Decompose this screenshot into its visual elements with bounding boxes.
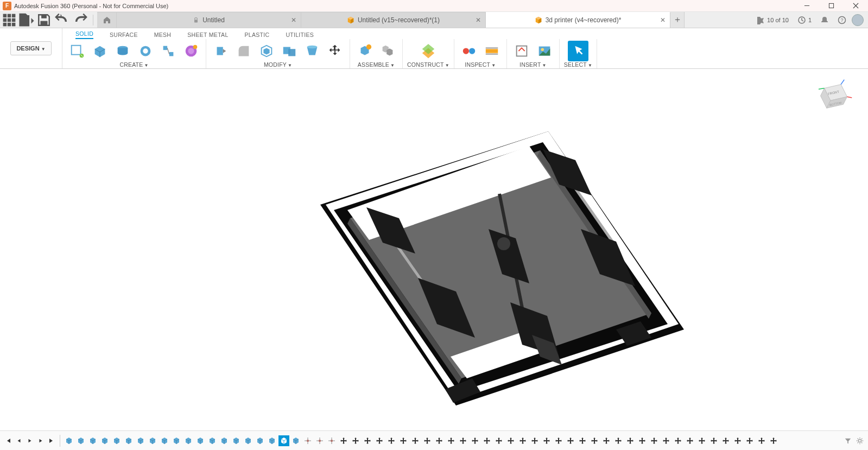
timeline-feature[interactable] — [720, 435, 731, 446]
timeline-feature[interactable] — [553, 435, 564, 446]
timeline-settings-button[interactable] — [855, 436, 865, 446]
timeline-feature[interactable] — [708, 435, 719, 446]
close-button[interactable] — [844, 0, 868, 12]
document-tab-3[interactable]: 3d printer (v4~recovered)* ✕ — [486, 12, 670, 28]
panel-label[interactable]: INSERT▼ — [519, 61, 547, 68]
loft-tool[interactable] — [158, 41, 179, 61]
joint-tool[interactable] — [377, 41, 398, 61]
new-tab-button[interactable]: ＋ — [670, 12, 685, 28]
sweep-tool[interactable] — [135, 41, 156, 61]
timeline-feature[interactable] — [338, 435, 349, 446]
timeline-feature[interactable] — [637, 435, 648, 446]
close-tab-button[interactable]: ✕ — [476, 16, 481, 24]
timeline-feature[interactable] — [756, 435, 767, 446]
panel-label[interactable]: SELECT▼ — [564, 61, 592, 68]
timeline-feature[interactable] — [732, 435, 743, 446]
timeline-feature[interactable] — [446, 435, 457, 446]
timeline-feature[interactable] — [87, 435, 98, 446]
timeline-feature[interactable] — [64, 435, 74, 446]
timeline-feature[interactable] — [219, 435, 230, 446]
viewcube[interactable]: FRONT BOTTOM — [815, 79, 853, 117]
timeline-feature[interactable] — [302, 435, 313, 446]
extrude-tool[interactable] — [90, 41, 110, 61]
timeline-feature[interactable] — [207, 435, 218, 446]
timeline-next-button[interactable] — [36, 436, 46, 446]
timeline-feature[interactable] — [135, 435, 146, 446]
timeline-feature[interactable] — [314, 435, 325, 446]
timeline-feature[interactable] — [386, 435, 397, 446]
revolve-tool[interactable] — [112, 41, 133, 61]
timeline-feature[interactable] — [541, 435, 552, 446]
timeline-end-button[interactable] — [47, 436, 56, 446]
timeline-feature[interactable] — [195, 435, 206, 446]
timeline-feature[interactable] — [374, 435, 385, 446]
insert-derive-tool[interactable] — [511, 41, 532, 61]
data-panel-button[interactable] — [2, 13, 16, 27]
viewport[interactable]: FRONT BOTTOM — [0, 69, 868, 430]
shell-tool[interactable] — [256, 41, 277, 61]
ribbon-tab-plastic[interactable]: PLASTIC — [245, 31, 270, 39]
inspect-tool[interactable] — [481, 41, 502, 61]
redo-button[interactable] — [72, 13, 90, 27]
sketch-tool[interactable] — [67, 41, 87, 61]
ribbon-tab-sheetmetal[interactable]: SHEET METAL — [187, 31, 228, 39]
timeline-feature[interactable] — [290, 435, 301, 446]
save-button[interactable] — [37, 13, 51, 27]
timeline-feature[interactable] — [75, 435, 86, 446]
insert-decal-tool[interactable] — [534, 41, 555, 61]
maximize-button[interactable] — [819, 0, 844, 12]
user-avatar[interactable] — [852, 14, 864, 26]
move-tool[interactable] — [325, 41, 345, 61]
help-button[interactable]: ? — [834, 16, 850, 24]
panel-label[interactable]: MODIFY▼ — [264, 61, 292, 68]
timeline-feature[interactable] — [171, 435, 182, 446]
timeline-feature[interactable] — [458, 435, 468, 446]
timeline-feature[interactable] — [183, 435, 194, 446]
timeline-feature[interactable] — [159, 435, 170, 446]
file-menu-button[interactable] — [17, 13, 36, 27]
timeline-feature[interactable] — [243, 435, 254, 446]
home-tab[interactable] — [97, 12, 117, 28]
timeline-feature[interactable] — [326, 435, 337, 446]
select-tool[interactable] — [568, 41, 588, 61]
timeline-feature[interactable] — [493, 435, 504, 446]
timeline-feature[interactable] — [685, 435, 695, 446]
construct-plane-tool[interactable] — [417, 41, 440, 61]
emboss-tool[interactable] — [181, 41, 201, 61]
timeline-feature[interactable] — [744, 435, 755, 446]
timeline-feature[interactable] — [601, 435, 612, 446]
timeline-feature[interactable] — [529, 435, 540, 446]
timeline-feature[interactable] — [350, 435, 361, 446]
timeline-feature[interactable] — [625, 435, 636, 446]
ribbon-tab-mesh[interactable]: MESH — [154, 31, 172, 39]
ribbon-tab-solid[interactable]: SOLID — [75, 30, 93, 39]
timeline-feature[interactable] — [278, 435, 289, 446]
timeline-feature[interactable] — [696, 435, 707, 446]
timeline-feature[interactable] — [517, 435, 528, 446]
timeline-feature[interactable] — [398, 435, 409, 446]
timeline-feature[interactable] — [231, 435, 242, 446]
new-component-tool[interactable] — [354, 41, 375, 61]
close-tab-button[interactable]: ✕ — [660, 16, 666, 24]
document-tab-2[interactable]: Untitled (v15~recovered)*(1) ✕ — [301, 12, 486, 28]
notifications-button[interactable] — [817, 16, 832, 24]
workspace-switcher[interactable]: DESIGN ▼ — [0, 28, 62, 68]
extensions-status[interactable]: 10 of 10 — [753, 16, 792, 24]
timeline-feature[interactable] — [362, 435, 373, 446]
close-tab-button[interactable]: ✕ — [291, 16, 296, 24]
timeline-feature[interactable] — [661, 435, 671, 446]
panel-label[interactable]: ASSEMBLE▼ — [358, 61, 395, 68]
minimize-button[interactable] — [795, 0, 819, 12]
timeline-feature[interactable] — [267, 435, 277, 446]
timeline-play-button[interactable] — [25, 436, 35, 446]
timeline-feature[interactable] — [99, 435, 110, 446]
timeline-feature[interactable] — [577, 435, 588, 446]
timeline-feature[interactable] — [123, 435, 134, 446]
timeline-feature[interactable] — [481, 435, 492, 446]
timeline-feature[interactable] — [649, 435, 660, 446]
timeline-feature[interactable] — [147, 435, 158, 446]
press-pull-tool[interactable] — [211, 41, 231, 61]
combine-tool[interactable] — [279, 41, 300, 61]
timeline-feature[interactable] — [673, 435, 683, 446]
timeline-feature[interactable] — [505, 435, 516, 446]
